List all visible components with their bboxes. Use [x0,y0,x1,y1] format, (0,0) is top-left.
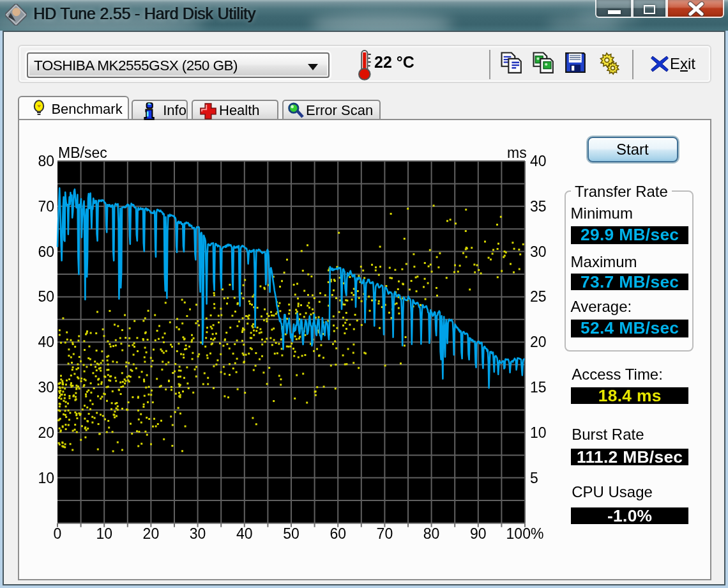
svg-text:60: 60 [330,525,346,542]
svg-text:20: 20 [143,525,160,542]
svg-text:0: 0 [54,525,62,542]
svg-text:40: 40 [38,334,54,350]
svg-text:90: 90 [470,525,487,542]
svg-text:ms: ms [507,144,527,161]
svg-text:50: 50 [38,288,54,305]
svg-text:40: 40 [530,153,547,169]
svg-text:30: 30 [38,379,54,396]
svg-text:25: 25 [530,288,547,305]
svg-text:80: 80 [423,525,440,542]
svg-text:MB/sec: MB/sec [58,144,107,161]
svg-text:100%: 100% [506,525,544,542]
svg-text:70: 70 [38,198,54,215]
svg-text:35: 35 [530,198,547,215]
svg-text:5: 5 [530,470,538,486]
svg-text:70: 70 [377,525,393,542]
svg-text:20: 20 [38,424,54,441]
svg-text:40: 40 [236,525,253,542]
svg-text:15: 15 [530,379,547,396]
svg-text:30: 30 [190,525,206,542]
svg-text:20: 20 [530,334,547,350]
svg-text:10: 10 [530,424,547,441]
svg-text:30: 30 [530,244,547,260]
svg-text:60: 60 [38,244,54,260]
svg-text:50: 50 [283,525,300,542]
svg-text:10: 10 [38,470,54,486]
svg-text:80: 80 [38,153,54,169]
svg-text:10: 10 [96,525,112,542]
